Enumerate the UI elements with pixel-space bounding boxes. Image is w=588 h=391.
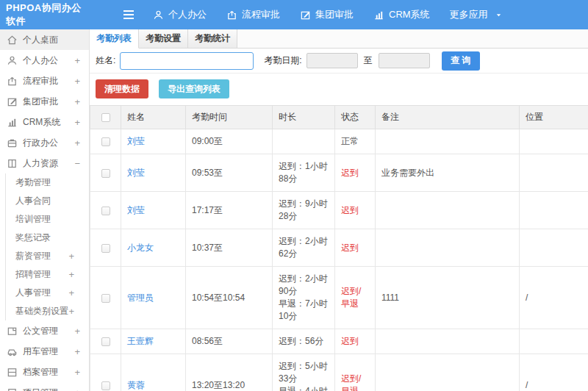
sidebar-item[interactable]: 行政办公+ xyxy=(0,132,89,153)
cell-duration xyxy=(273,129,335,154)
sidebar-item[interactable]: 考勤管理 xyxy=(5,173,89,192)
expand-plus-icon[interactable]: + xyxy=(68,287,74,298)
table-row: 管理员10:54至10:54迟到：2小时90分 早退：7小时10分迟到/早退11… xyxy=(90,267,588,329)
share-icon xyxy=(226,10,237,21)
tab-attendance-list[interactable]: 考勤列表 xyxy=(90,29,139,49)
row-checkbox[interactable] xyxy=(101,137,110,146)
sidebar-item[interactable]: 招聘管理+ xyxy=(5,265,89,284)
cell-checkbox xyxy=(90,229,121,267)
sidebar-item[interactable]: 培训管理 xyxy=(5,210,89,229)
sidebar-item[interactable]: 集团审批+ xyxy=(0,91,89,112)
expand-plus-icon[interactable]: + xyxy=(74,55,80,66)
sidebar-item-label: 用车管理 xyxy=(23,345,74,358)
sidebar-item[interactable]: 流程审批+ xyxy=(0,71,89,91)
menu-icon[interactable] xyxy=(122,9,135,21)
sidebar-item-label: 人力资源 xyxy=(23,157,74,170)
nav-item[interactable]: 更多应用 xyxy=(450,8,503,21)
cell-location xyxy=(520,329,588,354)
action-buttons: 清理数据 导出查询列表 xyxy=(90,73,588,105)
expand-plus-icon[interactable]: + xyxy=(74,387,80,391)
cell-remark xyxy=(376,354,520,391)
expand-plus-icon[interactable]: + xyxy=(74,367,80,378)
expand-plus-icon[interactable]: + xyxy=(74,117,80,128)
clean-data-button[interactable]: 清理数据 xyxy=(96,79,148,98)
sidebar-item[interactable]: 人力资源− xyxy=(0,153,89,173)
cell-location: / xyxy=(520,354,588,391)
sidebar-item[interactable]: 薪资管理+ xyxy=(5,247,89,265)
expand-plus-icon[interactable]: + xyxy=(74,346,80,357)
select-all-checkbox[interactable] xyxy=(101,113,110,122)
sidebar-item[interactable]: 项目管理+ xyxy=(0,382,89,391)
nav-item[interactable]: 集团审批 xyxy=(300,8,354,21)
cell-status: 正常 xyxy=(335,129,376,154)
query-button[interactable]: 查 询 xyxy=(442,51,480,71)
cell-name: 刘莹 xyxy=(121,129,186,154)
nav-item[interactable]: 个人办公 xyxy=(153,8,207,21)
nav-item[interactable]: 流程审批 xyxy=(226,8,280,21)
sidebar-item-label: 人事管理 xyxy=(15,287,68,299)
sidebar-item[interactable]: 档案管理+ xyxy=(0,362,89,382)
row-checkbox[interactable] xyxy=(101,207,110,215)
attendance-table: 姓名 考勤时间 时长 状态 备注 位置 刘莹09:00至正常刘莹09:53至迟到… xyxy=(90,105,588,391)
sidebar-item[interactable]: 基础类别设置+ xyxy=(5,302,89,320)
nav-item[interactable]: CRM系统 xyxy=(373,8,430,21)
cell-name: 刘莹 xyxy=(121,192,186,229)
cell-status: 迟到 xyxy=(335,229,376,267)
cell-location xyxy=(520,229,588,267)
sidebar-item-label: 项目管理 xyxy=(23,387,74,391)
sidebar-item[interactable]: CRM系统+ xyxy=(0,112,89,132)
cell-time: 08:56至 xyxy=(186,329,273,354)
expand-plus-icon[interactable]: + xyxy=(74,96,80,107)
cell-status: 迟到 xyxy=(335,154,376,192)
cell-duration: 迟到：56分 xyxy=(273,329,335,354)
expand-plus-icon[interactable]: + xyxy=(74,326,80,337)
expand-plus-icon[interactable]: + xyxy=(68,269,74,280)
sidebar-item[interactable]: 个人办公+ xyxy=(0,50,89,71)
app-logo[interactable]: PHPOA协同办公软件 xyxy=(0,1,85,28)
cell-time: 10:37至 xyxy=(186,229,273,267)
expand-plus-icon[interactable]: + xyxy=(68,251,74,262)
tab-attendance-settings[interactable]: 考勤设置 xyxy=(139,29,188,49)
export-list-button[interactable]: 导出查询列表 xyxy=(159,79,229,98)
sidebar-item[interactable]: 奖惩记录 xyxy=(5,229,89,247)
date-from-input[interactable] xyxy=(306,53,358,68)
tab-attendance-stats[interactable]: 考勤统计 xyxy=(188,29,237,49)
main-content: 考勤列表 考勤设置 考勤统计 姓名: 考勤日期: 至 查 询 清理数据 导出查询… xyxy=(90,29,588,391)
collapse-minus-icon[interactable]: − xyxy=(74,158,80,169)
car-icon xyxy=(7,346,18,357)
expand-plus-icon[interactable]: + xyxy=(74,137,80,148)
share-icon xyxy=(7,76,18,87)
employee-name-link[interactable]: 刘莹 xyxy=(127,168,145,178)
expand-plus-icon[interactable]: + xyxy=(68,306,74,317)
row-checkbox[interactable] xyxy=(101,381,110,390)
table-row: 王壹辉08:56至迟到：56分迟到 xyxy=(90,329,588,354)
sidebar-item[interactable]: 公文管理+ xyxy=(0,320,89,341)
cell-checkbox xyxy=(90,192,121,229)
cell-duration: 迟到：2小时90分 早退：7小时10分 xyxy=(273,267,335,329)
sidebar-item-label: 个人桌面 xyxy=(23,34,80,46)
cell-remark: 业务需要外出 xyxy=(376,154,520,192)
employee-name-link[interactable]: 王壹辉 xyxy=(127,336,154,346)
sidebar-item[interactable]: 个人桌面 xyxy=(0,29,89,50)
col-header-duration: 时长 xyxy=(273,106,335,129)
name-input[interactable] xyxy=(120,52,254,70)
employee-name-link[interactable]: 小龙女 xyxy=(127,243,154,253)
employee-name-link[interactable]: 管理员 xyxy=(127,293,154,303)
sidebar-item[interactable]: 用车管理+ xyxy=(0,341,89,362)
project-icon xyxy=(7,387,18,391)
employee-name-link[interactable]: 刘莹 xyxy=(127,136,145,146)
sidebar-item[interactable]: 人事合同 xyxy=(5,192,89,210)
sidebar-item[interactable]: 人事管理+ xyxy=(5,284,89,302)
row-checkbox[interactable] xyxy=(101,244,110,253)
row-checkbox[interactable] xyxy=(101,337,110,346)
employee-name-link[interactable]: 刘莹 xyxy=(127,205,145,215)
archive-icon xyxy=(7,367,18,378)
date-to-input[interactable] xyxy=(379,53,430,68)
row-checkbox[interactable] xyxy=(101,169,110,178)
employee-name-link[interactable]: 黄蓉 xyxy=(127,380,145,390)
table-row: 刘莹09:53至迟到：1小时88分迟到业务需要外出 xyxy=(90,154,588,192)
sidebar-item-label: 薪资管理 xyxy=(15,250,68,262)
expand-plus-icon[interactable]: + xyxy=(74,76,80,87)
row-checkbox[interactable] xyxy=(101,294,110,303)
to-label: 至 xyxy=(364,54,373,67)
